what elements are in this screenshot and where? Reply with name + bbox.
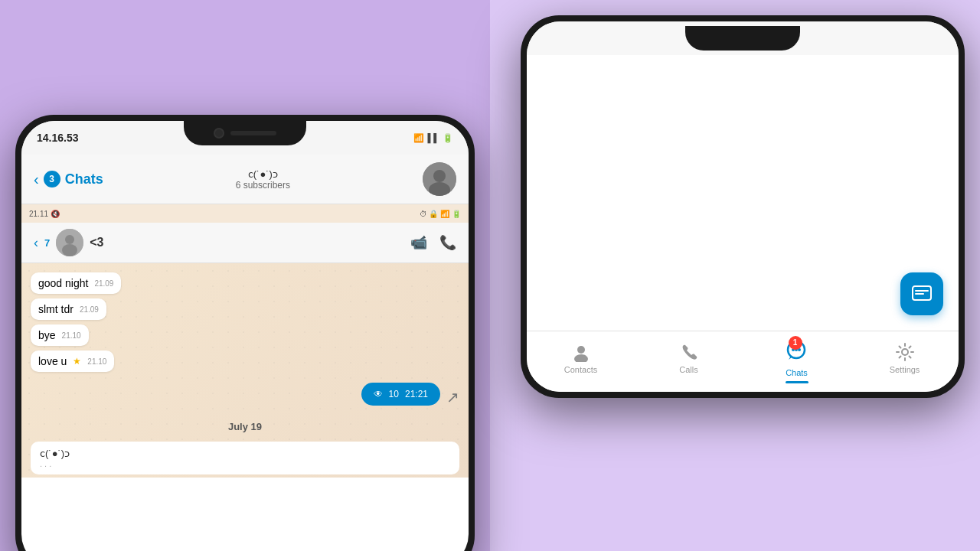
svg-point-13: [902, 349, 908, 355]
calls-label: Calls: [679, 365, 697, 374]
nav-settings[interactable]: Settings: [878, 342, 932, 374]
back-button[interactable]: ‹: [34, 171, 39, 188]
voice-call-icon[interactable]: 📞: [439, 234, 456, 251]
chat-list-header: ‹ 3 Chats ᴄ(˙●˙)ɔ 6 subscribers: [21, 155, 469, 204]
eye-icon: 👁: [374, 389, 383, 399]
svg-point-1: [433, 170, 446, 182]
message-text-3: bye: [38, 329, 56, 341]
phones-wrapper: 14.16.53 📶 ▌▌ 🔋 ‹ 3 Chats: [0, 0, 980, 551]
message-time-2: 21.09: [80, 305, 99, 314]
phone-right-inner: Contacts Calls: [527, 21, 959, 392]
message-bubble-2: slmt tdr 21.09: [31, 298, 106, 320]
phone-right-body: [527, 55, 959, 331]
share-icon[interactable]: ↗: [446, 388, 459, 406]
message-bubble-1: good night 21.09: [31, 272, 121, 294]
compose-button[interactable]: [900, 272, 943, 315]
settings-label: Settings: [890, 365, 920, 374]
notch-right: [685, 26, 800, 51]
conversation-header: ‹ 7 <3 📹 📞: [21, 223, 469, 263]
nested-icons: ⏱ 🔒 📶 🔋: [420, 210, 461, 218]
status-icons: 📶 ▌▌ 🔋: [413, 133, 453, 143]
date-divider: July 19: [31, 421, 459, 432]
subscriber-count: 6 subscribers: [236, 180, 290, 191]
phone-left: 14.16.53 📶 ▌▌ 🔋 ‹ 3 Chats: [15, 115, 475, 551]
partial-message: ᴄ(˙●˙)ɔ . . .: [31, 442, 459, 474]
notch-camera: [214, 128, 224, 139]
chat-body: good night 21.09 slmt tdr 21.09 bye 21.1…: [21, 263, 469, 478]
svg-point-8: [574, 354, 588, 362]
message-text-1: good night: [38, 277, 88, 289]
status-bar-left: 14.16.53 📶 ▌▌ 🔋: [21, 121, 469, 155]
message-bubble-3: bye 21.10: [31, 324, 89, 346]
convo-page-badge: 7: [44, 237, 50, 249]
message-text-2: slmt tdr: [38, 303, 74, 315]
chats-title: Chats: [65, 171, 103, 187]
video-call-icon[interactable]: 📹: [410, 234, 427, 251]
voice-bubble: 👁 10 21:21: [361, 383, 440, 406]
message-text-4: love u: [38, 355, 67, 367]
star-icon: ★: [73, 356, 81, 367]
contacts-icon: [571, 342, 591, 362]
chat-header-left: ‹ 3 Chats: [34, 171, 103, 188]
status-bar-right: [527, 21, 959, 55]
notch: [184, 121, 306, 145]
message-time-4: 21.10: [87, 357, 106, 366]
phone-right: Contacts Calls: [521, 15, 965, 398]
message-time-3: 21.10: [62, 331, 81, 340]
bottom-navigation: Contacts Calls: [527, 331, 959, 392]
group-name: ᴄ(˙●˙)ɔ: [236, 168, 290, 180]
convo-name: <3: [90, 236, 103, 249]
phone-left-inner: 14.16.53 📶 ▌▌ 🔋 ‹ 3 Chats: [21, 121, 469, 551]
notch-speaker: [230, 131, 276, 135]
nested-status-bar: 21.11 🔇 ⏱ 🔒 📶 🔋: [21, 204, 469, 223]
convo-back-button[interactable]: ‹: [34, 235, 38, 251]
chat-group-info: ᴄ(˙●˙)ɔ 6 subscribers: [236, 168, 290, 191]
nested-time: 21.11 🔇: [29, 210, 60, 218]
nav-contacts[interactable]: Contacts: [554, 342, 608, 374]
status-time: 14.16.53: [37, 132, 79, 144]
nav-calls[interactable]: Calls: [662, 342, 716, 374]
active-indicator: [786, 381, 808, 383]
signal-icon: ▌▌: [427, 133, 439, 142]
wifi-icon: 📶: [413, 133, 424, 143]
svg-point-4: [65, 235, 74, 244]
contacts-label: Contacts: [564, 365, 597, 374]
partial-msg-sender: ᴄ(˙●˙)ɔ: [40, 448, 450, 459]
nav-chats[interactable]: 1 Chats: [770, 339, 824, 377]
settings-icon: [895, 342, 915, 362]
voice-time: 21:21: [405, 389, 428, 399]
convo-avatar: [56, 229, 83, 256]
voice-message-row: 👁 10 21:21 ↗: [31, 383, 459, 412]
battery-icon: 🔋: [443, 133, 453, 143]
svg-point-7: [577, 346, 585, 354]
svg-point-5: [62, 244, 77, 256]
calls-icon: [679, 342, 699, 362]
group-avatar[interactable]: [423, 162, 456, 196]
convo-left: ‹ 7 <3: [34, 229, 103, 256]
unread-badge: 3: [44, 171, 60, 187]
chats-badge: 1: [789, 336, 802, 350]
view-count: 10: [389, 389, 399, 399]
message-time-1: 21.09: [94, 279, 113, 288]
partial-msg-dots: . . .: [40, 459, 450, 468]
message-bubble-4: love u ★ 21.10: [31, 350, 114, 372]
chats-nav-label: Chats: [786, 368, 808, 377]
convo-actions: 📹 📞: [410, 234, 456, 251]
